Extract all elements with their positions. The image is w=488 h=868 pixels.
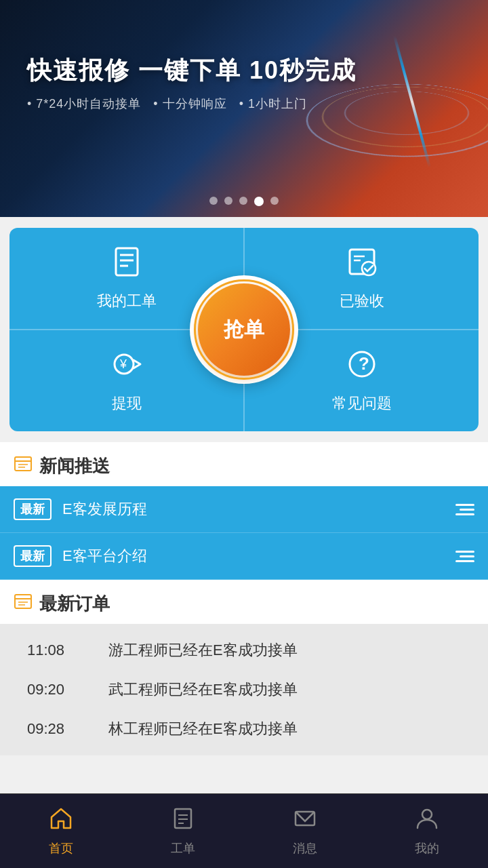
- news-item-1[interactable]: 最新 E客发展历程: [0, 486, 488, 533]
- my-orders-label: 我的工单: [97, 291, 157, 311]
- withdraw-label: 提现: [112, 393, 142, 414]
- news-item-2[interactable]: 最新 E客平台介绍: [0, 533, 488, 580]
- news-title: 新闻推送: [39, 454, 110, 478]
- order-item-3: 09:28 林工程师已经在E客成功接单: [0, 709, 488, 749]
- svg-rect-12: [15, 457, 31, 471]
- bottom-nav: 首页 工单 消息 我的: [0, 793, 488, 868]
- subtitle-3: 1小时上门: [239, 97, 307, 111]
- faq-label: 常见问题: [332, 393, 392, 414]
- dot-2[interactable]: [224, 197, 232, 205]
- svg-rect-0: [116, 248, 138, 275]
- dot-1[interactable]: [209, 197, 218, 205]
- mine-icon: [415, 806, 439, 836]
- nav-orders[interactable]: 工单: [122, 794, 244, 868]
- faq-icon: ?: [346, 348, 378, 385]
- my-orders-icon: [110, 245, 143, 283]
- nav-home[interactable]: 首页: [0, 794, 122, 868]
- news-section-icon: [14, 454, 33, 478]
- banner-text: 快速报修 一键下单 10秒完成 7*24小时自动接单十分钟响应1小时上门: [27, 54, 357, 112]
- news-badge-2: 最新: [14, 545, 52, 567]
- order-item-1: 11:08 游工程师已经在E客成功接单: [0, 631, 488, 670]
- order-desc-3: 林工程师已经在E客成功接单: [108, 719, 461, 739]
- grab-order-ring: [194, 279, 294, 380]
- verified-label: 已验收: [340, 291, 384, 311]
- verified-icon: [346, 245, 378, 283]
- orders-section-icon: [14, 592, 33, 616]
- banner: 快速报修 一键下单 10秒完成 7*24小时自动接单十分钟响应1小时上门: [0, 0, 488, 217]
- svg-text:?: ?: [359, 353, 369, 374]
- menu-line-4: [455, 551, 474, 553]
- order-item-2: 09:20 武工程师已经在E客成功接单: [0, 670, 488, 709]
- svg-rect-16: [15, 595, 31, 608]
- messages-icon: [293, 806, 317, 836]
- news-menu-icon-2: [455, 551, 474, 562]
- orders-section-header: 最新订单: [0, 580, 488, 624]
- news-badge-1: 最新: [14, 498, 52, 520]
- home-icon: [49, 806, 73, 836]
- news-text-2: E客平台介绍: [62, 546, 455, 566]
- dot-3[interactable]: [239, 197, 247, 205]
- news-list: 最新 E客发展历程 最新 E客平台介绍: [0, 486, 488, 580]
- grab-order-outer: 抢单: [190, 275, 298, 384]
- nav-mine-label: 我的: [415, 840, 439, 856]
- nav-home-label: 首页: [49, 840, 73, 856]
- nav-mine[interactable]: 我的: [366, 794, 488, 868]
- news-text-1: E客发展历程: [62, 499, 455, 519]
- orders-list: 11:08 游工程师已经在E客成功接单 09:20 武工程师已经在E客成功接单 …: [0, 624, 488, 755]
- subtitle-1: 7*24小时自动接单: [27, 97, 141, 111]
- order-time-2: 09:20: [27, 681, 108, 698]
- nav-orders-label: 工单: [171, 840, 195, 856]
- svg-point-25: [422, 810, 432, 819]
- menu-line-2: [460, 509, 474, 511]
- svg-text:¥: ¥: [119, 357, 127, 371]
- dot-5[interactable]: [270, 197, 279, 205]
- carousel-dots: [209, 197, 279, 206]
- order-desc-1: 游工程师已经在E客成功接单: [108, 640, 461, 660]
- orders-icon: [171, 806, 195, 836]
- order-desc-2: 武工程师已经在E客成功接单: [108, 679, 461, 700]
- nav-messages-label: 消息: [293, 840, 317, 856]
- order-time-3: 09:28: [27, 720, 108, 738]
- news-menu-icon-1: [455, 504, 474, 515]
- banner-title: 快速报修 一键下单 10秒完成: [27, 54, 357, 87]
- menu-line-1: [455, 504, 474, 506]
- subtitle-2: 十分钟响应: [153, 97, 226, 111]
- order-time-1: 11:08: [27, 642, 108, 659]
- menu-line-6: [455, 560, 474, 562]
- orders-title: 最新订单: [39, 592, 110, 616]
- nav-messages[interactable]: 消息: [244, 794, 366, 868]
- news-section-header: 新闻推送: [0, 442, 488, 486]
- menu-line-3: [455, 513, 474, 515]
- quick-actions: 我的工单 已验收 ¥: [9, 228, 479, 431]
- dot-4[interactable]: [254, 197, 264, 206]
- grab-order-button-wrap: 抢单: [190, 275, 298, 384]
- banner-subtitle: 7*24小时自动接单十分钟响应1小时上门: [27, 96, 357, 112]
- withdraw-icon: ¥: [110, 348, 143, 385]
- menu-line-5: [460, 555, 474, 557]
